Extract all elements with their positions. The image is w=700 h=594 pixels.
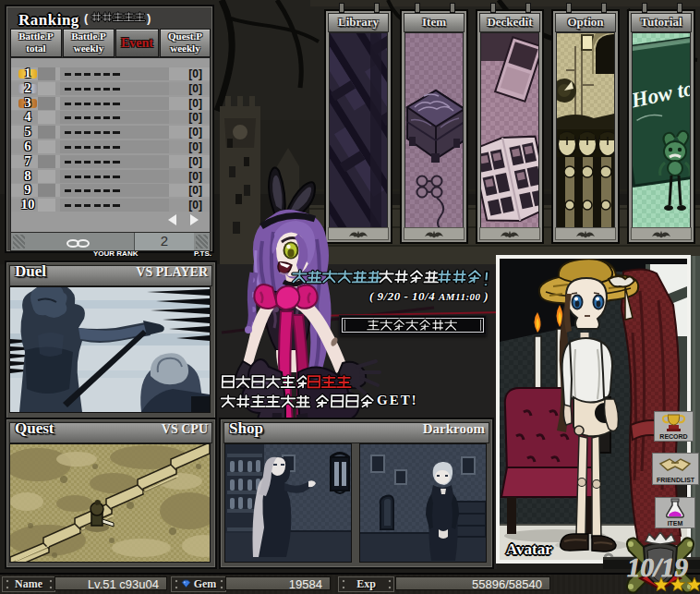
svg-text:(: ( <box>84 11 89 25</box>
svg-text:): ) <box>147 11 151 25</box>
